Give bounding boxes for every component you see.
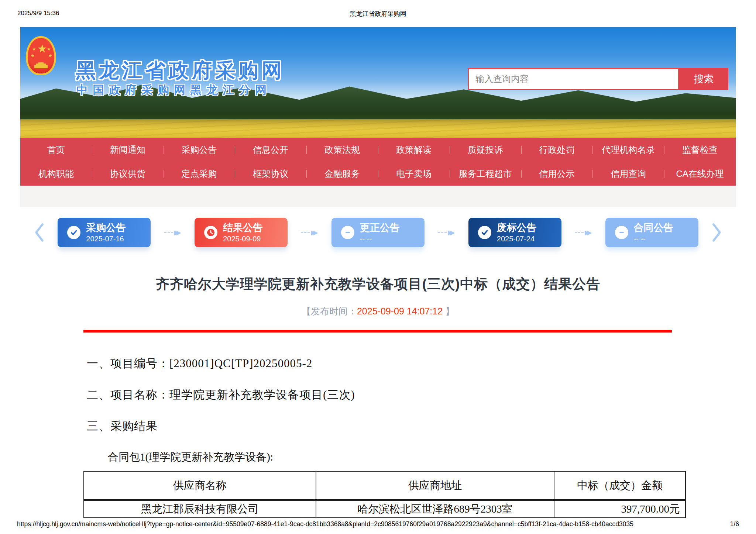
timeline-stage-result-notice[interactable]: 结果公告 2025-09-09 <box>195 218 288 247</box>
nav-item-fixed-point[interactable]: 定点采购 <box>164 168 235 180</box>
cell-award-amount: 397,700.00元 <box>554 500 685 518</box>
header-award-amount: 中标（成交）金额 <box>554 471 685 500</box>
search-input[interactable] <box>468 68 679 90</box>
timeline-stage-contract-notice[interactable]: 合同公告 -- -- <box>605 218 698 247</box>
stage-date: 2025-07-16 <box>86 234 126 243</box>
site-subtitle: 中国政府采购网黑龙江分网 <box>76 82 271 98</box>
stage-label: 结果公告 <box>223 222 263 234</box>
stage-date: -- -- <box>360 234 400 243</box>
nav-item-e-marketplace[interactable]: 电子卖场 <box>378 168 450 180</box>
nav-item-agency-list[interactable]: 代理机构名录 <box>592 144 664 156</box>
flow-arrow-icon: ▶▶ <box>438 229 455 237</box>
site-title: 黑龙江省政府采购网 <box>76 57 285 84</box>
main-nav: 首页 新闻通知 采购公告 信息公开 政策法规 政策解读 质疑投诉 行政处罚 代理… <box>20 138 736 186</box>
clock-icon <box>204 226 217 239</box>
nav-item-credit-query[interactable]: 信用查询 <box>592 168 664 180</box>
nav-row-2: 机构职能 协议供货 定点采购 框架协议 金融服务 电子卖场 服务工程超市 信用公… <box>20 162 736 186</box>
print-page-title: 黑龙江省政府采购网 <box>350 10 406 18</box>
stage-date: -- -- <box>634 234 674 243</box>
nav-item-service-supermarket[interactable]: 服务工程超市 <box>450 168 521 180</box>
print-header: 2025/9/9 15:36 黑龙江省政府采购网 <box>0 0 756 18</box>
chevron-right-icon[interactable] <box>712 223 722 242</box>
stage-label: 废标公告 <box>497 222 537 234</box>
header-supplier-address: 供应商地址 <box>316 471 554 500</box>
flow-arrow-icon: ▶▶ <box>575 229 592 237</box>
nav-item-news[interactable]: 新闻通知 <box>92 144 164 156</box>
stage-label: 采购公告 <box>86 222 126 234</box>
print-page-number: 1/6 <box>730 520 739 528</box>
publish-time: 2025-09-09 14:07:12 <box>357 306 443 316</box>
stage-date: 2025-09-09 <box>223 234 263 243</box>
publish-time-line: 【发布时间：2025-09-09 14:07:12 】 <box>0 305 756 317</box>
header-supplier-name: 供应商名称 <box>84 471 316 500</box>
national-emblem-icon: ★ ★ ★ ★ ★ <box>26 36 56 77</box>
section-project-number: 一、项目编号：[230001]QC[TP]20250005-2 <box>87 355 756 371</box>
page-title: 齐齐哈尔大学理学院更新补充教学设备项目(三次)中标（成交）结果公告 <box>0 275 756 293</box>
nav-sub-strip <box>20 186 736 207</box>
stage-label: 合同公告 <box>634 222 674 234</box>
minus-circle-icon <box>341 226 354 239</box>
stage-date: 2025-07-24 <box>497 234 537 243</box>
contract-package-label: 合同包1(理学院更新补充教学设备): <box>108 449 756 464</box>
check-circle-icon <box>478 226 491 239</box>
notice-timeline: 采购公告 2025-07-16 ▶▶ 结果公告 2025-09-09 ▶▶ 更正… <box>34 217 722 248</box>
nav-item-policy-interpretation[interactable]: 政策解读 <box>378 144 450 156</box>
flow-arrow-icon: ▶▶ <box>164 229 181 237</box>
publish-suffix: 】 <box>443 306 454 316</box>
timeline-stage-correction-notice[interactable]: 更正公告 -- -- <box>331 218 425 247</box>
print-datetime: 2025/9/9 15:36 <box>17 10 350 18</box>
section-project-name: 二、项目名称：理学院更新补充教学设备项目(三次) <box>87 387 756 403</box>
search-button[interactable]: 搜索 <box>679 68 728 90</box>
nav-row-1: 首页 新闻通知 采购公告 信息公开 政策法规 政策解读 质疑投诉 行政处罚 代理… <box>20 138 736 162</box>
nav-item-ca-online[interactable]: CA在线办理 <box>664 168 736 180</box>
result-table: 供应商名称 供应商地址 中标（成交）金额 黑龙江郡辰科技有限公司 哈尔滨松北区世… <box>83 471 686 518</box>
timeline-stage-procurement-notice[interactable]: 采购公告 2025-07-16 <box>58 218 151 247</box>
site-banner: ★ ★ ★ ★ ★ 黑龙江省政府采购网 中国政府采购网黑龙江分网 搜索 <box>20 27 736 138</box>
print-footer: https://hljcg.hlj.gov.cn/maincms-web/not… <box>0 520 756 528</box>
search-bar: 搜索 <box>468 68 728 90</box>
nav-item-framework-agreement[interactable]: 框架协议 <box>235 168 306 180</box>
nav-item-org-functions[interactable]: 机构职能 <box>20 168 92 180</box>
chevron-left-icon[interactable] <box>34 223 44 242</box>
nav-item-supervision[interactable]: 监督检查 <box>664 144 736 156</box>
stage-label: 更正公告 <box>360 222 400 234</box>
nav-item-procurement-notice[interactable]: 采购公告 <box>164 144 235 156</box>
publish-prefix: 【发布时间： <box>302 306 357 316</box>
red-divider <box>83 330 672 333</box>
cell-supplier-address: 哈尔滨松北区世泽路689号2303室 <box>316 500 554 518</box>
flow-arrow-icon: ▶▶ <box>301 229 318 237</box>
nav-item-home[interactable]: 首页 <box>20 144 92 156</box>
nav-item-admin-penalty[interactable]: 行政处罚 <box>521 144 593 156</box>
banner-field <box>20 119 736 138</box>
nav-item-complaints[interactable]: 质疑投诉 <box>450 144 521 156</box>
nav-item-credit-publicity[interactable]: 信用公示 <box>521 168 593 180</box>
table-header-row: 供应商名称 供应商地址 中标（成交）金额 <box>84 471 685 500</box>
nav-item-financial-services[interactable]: 金融服务 <box>306 168 378 180</box>
timeline-stage-cancellation-notice[interactable]: 废标公告 2025-07-24 <box>468 218 561 247</box>
nav-item-policy-law[interactable]: 政策法规 <box>306 144 378 156</box>
check-circle-icon <box>67 226 80 239</box>
nav-item-info-disclosure[interactable]: 信息公开 <box>235 144 306 156</box>
section-procurement-result: 三、采购结果 <box>87 418 756 434</box>
announcement-body: 一、项目编号：[230001]QC[TP]20250005-2 二、项目名称：理… <box>0 355 756 518</box>
nav-item-agreement-supply[interactable]: 协议供货 <box>92 168 164 180</box>
minus-circle-icon <box>615 226 628 239</box>
print-footer-url: https://hljcg.hlj.gov.cn/maincms-web/not… <box>17 520 633 528</box>
table-row: 黑龙江郡辰科技有限公司 哈尔滨松北区世泽路689号2303室 397,700.0… <box>84 500 685 518</box>
cell-supplier-name: 黑龙江郡辰科技有限公司 <box>84 500 316 518</box>
